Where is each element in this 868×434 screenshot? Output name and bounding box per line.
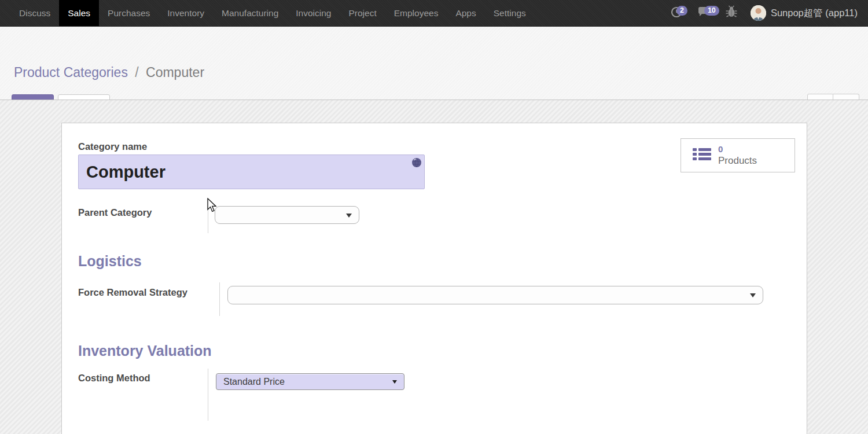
user-name: Sunpop超管 (app11) — [771, 7, 858, 20]
list-icon — [693, 148, 711, 163]
avatar — [751, 5, 766, 21]
top-navbar: Discuss Sales Purchases Inventory Manufa… — [0, 0, 868, 27]
field-separator — [219, 282, 220, 316]
breadcrumb-current: Computer — [146, 65, 204, 80]
parent-category-select[interactable] — [215, 206, 359, 224]
dropdown-caret-icon — [346, 214, 352, 218]
costing-method-value: Standard Price — [223, 377, 285, 387]
nav-item-employees[interactable]: Employees — [385, 0, 447, 26]
products-label: Products — [718, 155, 757, 167]
breadcrumb-separator: / — [135, 65, 138, 80]
nav-item-invoicing[interactable]: Invoicing — [287, 0, 340, 26]
logistics-section-title: Logistics — [78, 253, 142, 270]
field-separator — [208, 369, 208, 421]
globe-icon[interactable] — [411, 157, 422, 168]
breadcrumb-parent-link[interactable]: Product Categories — [14, 65, 128, 80]
force-removal-strategy-select[interactable] — [227, 286, 763, 304]
nav-item-apps[interactable]: Apps — [447, 0, 484, 26]
bug-icon — [725, 5, 738, 21]
products-stat-button[interactable]: 0 Products — [681, 138, 795, 172]
nav-item-settings[interactable]: Settings — [485, 0, 535, 26]
systray: 2 10 — [665, 0, 868, 26]
nav-item-manufacturing[interactable]: Manufacturing — [213, 0, 287, 26]
nav-item-discuss[interactable]: Discuss — [10, 0, 59, 26]
activities-badge: 2 — [676, 6, 687, 16]
form-view: 0 Products Category name Parent Category… — [0, 100, 868, 434]
category-name-input[interactable] — [78, 155, 425, 189]
debug-menu[interactable] — [719, 0, 744, 27]
control-panel: Product Categories / Computer Save Disca… — [0, 27, 868, 100]
nav-item-sales[interactable]: Sales — [59, 0, 99, 26]
inventory-valuation-section-title: Inventory Valuation — [78, 343, 212, 359]
messages-badge: 10 — [704, 6, 719, 16]
category-name-label: Category name — [78, 141, 147, 152]
force-removal-strategy-label: Force Removal Strategy — [78, 287, 187, 298]
costing-method-label: Costing Method — [78, 373, 150, 384]
dropdown-caret-icon — [750, 293, 756, 297]
dropdown-caret-icon — [392, 380, 397, 384]
main-menu: Discuss Sales Purchases Inventory Manufa… — [0, 0, 535, 26]
activities-menu[interactable]: 2 — [665, 0, 689, 27]
nav-item-purchases[interactable]: Purchases — [99, 0, 159, 26]
messages-menu[interactable]: 10 — [692, 0, 717, 27]
form-sheet: 0 Products Category name Parent Category… — [61, 123, 807, 434]
costing-method-select[interactable]: Standard Price — [216, 373, 404, 390]
nav-item-inventory[interactable]: Inventory — [159, 0, 213, 26]
products-count: 0 — [718, 144, 757, 155]
nav-item-project[interactable]: Project — [340, 0, 385, 26]
breadcrumb: Product Categories / Computer — [14, 65, 204, 80]
field-separator — [208, 204, 208, 233]
parent-category-label: Parent Category — [78, 207, 152, 218]
user-menu[interactable]: Sunpop超管 (app11) — [746, 5, 862, 21]
